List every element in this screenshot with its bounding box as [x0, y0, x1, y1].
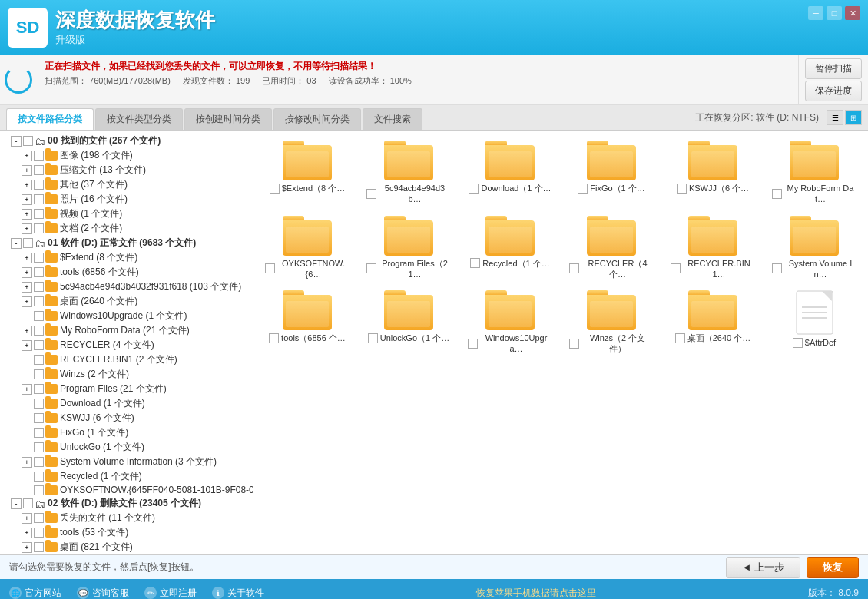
- file-checkbox[interactable]: [772, 189, 782, 199]
- footer-link-support[interactable]: 💬 咨询客服: [77, 587, 129, 600]
- tree-checkbox[interactable]: [34, 472, 44, 482]
- maximize-button[interactable]: □: [827, 6, 842, 20]
- tree-expand-icon[interactable]: +: [22, 282, 32, 293]
- tree-expand-icon[interactable]: -: [11, 136, 22, 147]
- tab-type[interactable]: 按文件类型分类: [95, 108, 183, 130]
- tree-expand-icon[interactable]: +: [22, 209, 32, 220]
- tree-item[interactable]: Winzs (2 个文件): [0, 367, 253, 382]
- tree-item[interactable]: + System Volume Information (3 个文件): [0, 455, 253, 469]
- tree-item[interactable]: Download (1 个文件): [0, 396, 253, 411]
- list-item[interactable]: RECYCLER（4 个…: [562, 210, 661, 286]
- tree-item[interactable]: RECYCLER.BIN1 (2 个文件): [0, 352, 253, 367]
- file-checkbox[interactable]: [578, 184, 588, 194]
- tree-expand-icon[interactable]: +: [22, 180, 32, 190]
- file-checkbox[interactable]: [569, 263, 579, 273]
- list-item[interactable]: 桌面（2640 个…: [664, 285, 762, 360]
- tree-expand-icon[interactable]: +: [22, 223, 32, 234]
- tree-item[interactable]: KSWJJ (6 个文件): [0, 411, 253, 425]
- minimize-button[interactable]: ─: [808, 6, 823, 20]
- file-checkbox[interactable]: [470, 258, 480, 268]
- footer-link-register[interactable]: ✏ 立即注册: [144, 587, 197, 600]
- tree-checkbox[interactable]: [34, 369, 44, 379]
- tree-checkbox[interactable]: [34, 340, 44, 350]
- tree-checkbox[interactable]: [34, 355, 44, 365]
- file-checkbox[interactable]: [366, 263, 376, 273]
- tree-expand-icon[interactable]: +: [22, 542, 32, 553]
- tree-checkbox[interactable]: [34, 399, 44, 409]
- file-checkbox[interactable]: [269, 333, 279, 343]
- tree-checkbox[interactable]: [34, 151, 44, 161]
- tree-checkbox[interactable]: [34, 428, 44, 438]
- tab-search[interactable]: 文件搜索: [363, 108, 422, 130]
- tree-expand-icon[interactable]: +: [22, 326, 32, 336]
- list-item[interactable]: Winzs（2 个文件）: [562, 285, 661, 360]
- grid-view-button[interactable]: ⊞: [845, 110, 862, 125]
- file-checkbox[interactable]: [368, 333, 378, 343]
- back-button[interactable]: ◄ 上一步: [726, 557, 800, 578]
- list-item[interactable]: Recycled（1 个…: [461, 210, 559, 286]
- tree-expand-icon[interactable]: +: [22, 165, 32, 176]
- file-checkbox[interactable]: [793, 338, 803, 348]
- list-item[interactable]: Windows10Upgra…: [461, 285, 559, 360]
- list-item[interactable]: 5c94acb4e94d3b…: [359, 135, 458, 210]
- list-item[interactable]: Download（1 个…: [461, 135, 559, 210]
- tree-item[interactable]: + 5c94acb4e94d3b4032f931f618 (103 个文件): [0, 280, 253, 294]
- tree-item[interactable]: - 🗂 00 找到的文件 (267 个文件): [0, 134, 253, 148]
- tree-expand-icon[interactable]: +: [22, 457, 32, 468]
- save-progress-button[interactable]: 保存进度: [805, 81, 862, 101]
- footer-link-website[interactable]: 🌐 官方网站: [9, 587, 61, 600]
- tree-item[interactable]: + tools (53 个文件): [0, 525, 253, 540]
- list-item[interactable]: tools（6856 个…: [258, 285, 356, 360]
- tree-expand-icon[interactable]: +: [22, 296, 32, 307]
- tree-item[interactable]: + 桌面 (2640 个文件): [0, 294, 253, 309]
- tree-item[interactable]: + 其他 (37 个文件): [0, 177, 253, 192]
- list-item[interactable]: OYKSOFTNOW.{6…: [258, 210, 356, 286]
- tree-item[interactable]: + Program Files (21 个文件): [0, 382, 253, 396]
- file-checkbox[interactable]: [569, 339, 579, 349]
- tree-checkbox[interactable]: [34, 528, 44, 538]
- tree-expand-icon[interactable]: +: [22, 513, 32, 524]
- list-item[interactable]: FixGo（1 个…: [562, 135, 661, 210]
- tab-create-time[interactable]: 按创建时间分类: [184, 108, 272, 130]
- tree-item[interactable]: OYKSOFTNOW.{645FF040-5081-101B-9F08-00A: [0, 484, 253, 496]
- list-item[interactable]: My RoboForm Dat…: [765, 135, 863, 210]
- tree-item[interactable]: - 🗂 02 软件 (D:) 删除文件 (23405 个文件): [0, 496, 253, 511]
- list-view-button[interactable]: ☰: [827, 110, 843, 125]
- tree-expand-icon[interactable]: +: [22, 194, 32, 205]
- tree-item[interactable]: + 视频 (1 个文件): [0, 207, 253, 221]
- tree-item[interactable]: + 图像 (198 个文件): [0, 148, 253, 163]
- pause-scan-button[interactable]: 暂停扫描: [805, 58, 862, 79]
- tree-expand-icon[interactable]: +: [22, 151, 32, 161]
- tree-expand-icon[interactable]: +: [22, 340, 32, 351]
- tree-item[interactable]: + 压缩文件 (13 个文件): [0, 163, 253, 177]
- tree-expand-icon[interactable]: +: [22, 384, 32, 395]
- tree-checkbox[interactable]: [34, 485, 44, 495]
- tree-checkbox[interactable]: [34, 223, 44, 233]
- tree-item[interactable]: + $Extend (8 个文件): [0, 250, 253, 265]
- tree-expand-icon[interactable]: -: [11, 498, 22, 509]
- file-checkbox[interactable]: [675, 333, 685, 343]
- file-checkbox[interactable]: [671, 263, 681, 273]
- tab-modify-time[interactable]: 按修改时间分类: [273, 108, 361, 130]
- file-checkbox[interactable]: [270, 184, 280, 194]
- tree-expand-icon[interactable]: +: [22, 267, 32, 278]
- tree-item[interactable]: + RECYCLER (4 个文件): [0, 338, 253, 352]
- tree-checkbox[interactable]: [34, 513, 44, 523]
- tree-item[interactable]: Windows10Upgrade (1 个文件): [0, 309, 253, 323]
- list-item[interactable]: Program Files（21…: [359, 210, 458, 286]
- tree-item[interactable]: - 🗂 01 软件 (D:) 正常文件 (9683 个文件): [0, 236, 253, 250]
- restore-button[interactable]: 恢复: [807, 557, 859, 578]
- tree-item[interactable]: + 照片 (16 个文件): [0, 192, 253, 207]
- tree-checkbox[interactable]: [34, 326, 44, 336]
- tree-item[interactable]: FixGo (1 个文件): [0, 425, 253, 440]
- tree-checkbox[interactable]: [23, 238, 33, 248]
- tree-item[interactable]: + 桌面 (821 个文件): [0, 540, 253, 554]
- tree-checkbox[interactable]: [34, 311, 44, 321]
- list-item[interactable]: System Volume In…: [765, 210, 863, 286]
- file-checkbox[interactable]: [366, 189, 376, 199]
- tree-checkbox[interactable]: [34, 296, 44, 306]
- tree-expand-icon[interactable]: -: [11, 238, 22, 249]
- tree-checkbox[interactable]: [23, 136, 33, 146]
- file-checkbox[interactable]: [265, 263, 275, 273]
- tree-expand-icon[interactable]: +: [22, 253, 32, 263]
